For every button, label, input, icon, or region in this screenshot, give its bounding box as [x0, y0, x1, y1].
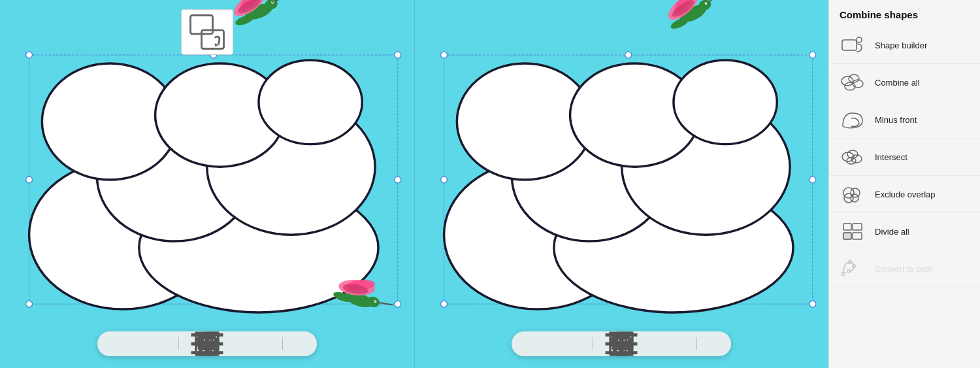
- divide-all-label: Divide all: [875, 227, 909, 237]
- svg-point-105: [841, 76, 853, 86]
- panel-title: Combine shapes: [829, 0, 980, 27]
- divide-all-icon: [840, 220, 866, 243]
- left-toolbar: [97, 331, 317, 356]
- right-toolbar: [512, 331, 731, 356]
- minus-front-label: Minus front: [875, 115, 917, 125]
- panel-item-convert-to-path[interactable]: Convert to path: [829, 250, 980, 288]
- exclude-overlap-label: Exclude overlap: [875, 190, 936, 199]
- panel-item-intersect[interactable]: Intersect: [829, 139, 980, 176]
- left-canvas[interactable]: [0, 0, 414, 368]
- svg-rect-100: [614, 338, 629, 354]
- svg-point-8: [395, 176, 401, 183]
- trash-icon-2[interactable]: [706, 337, 721, 351]
- minus-front-icon: [840, 108, 866, 131]
- exclude-overlap-icon: [840, 182, 866, 206]
- panel-item-shape-builder[interactable]: Shape builder: [829, 27, 980, 64]
- svg-point-6: [395, 52, 401, 58]
- shape-builder-label: Shape builder: [875, 41, 927, 50]
- svg-rect-120: [853, 233, 862, 239]
- svg-rect-54: [199, 338, 214, 354]
- svg-rect-119: [843, 233, 851, 239]
- svg-point-104: [857, 37, 862, 42]
- svg-point-60: [625, 52, 631, 58]
- combine-all-icon: [840, 71, 866, 94]
- svg-point-4: [26, 52, 33, 58]
- convert-to-path-icon: [840, 257, 866, 280]
- panel-item-minus-front[interactable]: Minus front: [829, 101, 980, 139]
- svg-rect-118: [853, 224, 862, 230]
- svg-rect-103: [842, 40, 857, 50]
- intersect-icon: [840, 145, 866, 169]
- svg-point-62: [440, 176, 447, 183]
- right-panel: Combine shapes Shape builder Combine all: [828, 0, 980, 368]
- svg-point-63: [809, 176, 815, 183]
- svg-point-61: [809, 52, 815, 58]
- panel-item-exclude-overlap[interactable]: Exclude overlap: [829, 176, 980, 213]
- svg-point-7: [26, 176, 33, 183]
- intersect-label: Intersect: [875, 152, 907, 162]
- combine-all-label: Combine all: [875, 78, 920, 88]
- trash-icon[interactable]: [292, 337, 306, 351]
- svg-point-116: [851, 194, 858, 202]
- right-canvas[interactable]: [414, 0, 829, 368]
- shape-builder-icon: [840, 33, 866, 57]
- svg-point-66: [809, 301, 815, 307]
- svg-point-64: [440, 301, 447, 307]
- svg-point-77: [673, 60, 776, 144]
- svg-line-26: [274, 0, 289, 1]
- svg-line-81: [708, 0, 721, 2]
- selection-tool-icon: [181, 9, 233, 55]
- panel-item-combine-all[interactable]: Combine all: [829, 64, 980, 101]
- svg-point-11: [395, 301, 401, 307]
- svg-point-59: [440, 52, 447, 58]
- panel-item-divide-all[interactable]: Divide all: [829, 213, 980, 250]
- convert-to-path-label: Convert to path: [875, 264, 933, 274]
- svg-rect-117: [843, 224, 851, 230]
- svg-point-22: [259, 60, 362, 144]
- svg-point-9: [26, 301, 33, 307]
